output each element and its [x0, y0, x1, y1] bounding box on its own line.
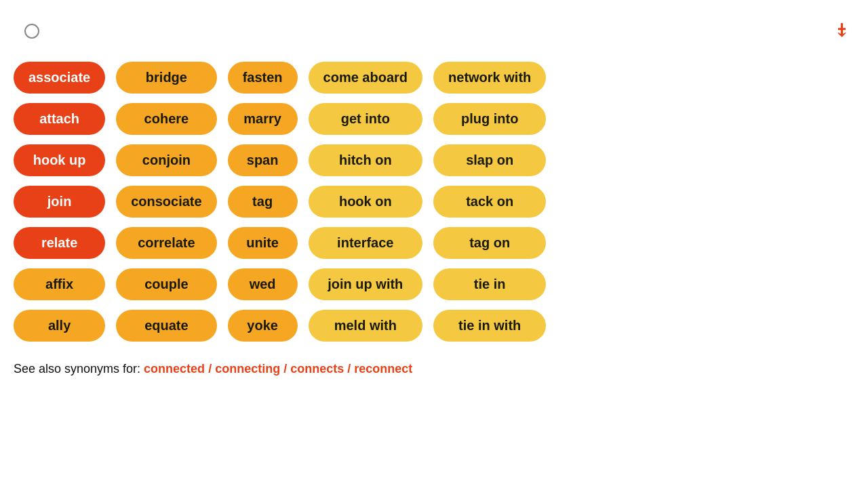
compare-button[interactable]: ⤈ — [834, 20, 854, 41]
footer-link-reconnect[interactable]: reconnect — [354, 362, 412, 375]
synonyms-grid: associateattachhook upjoinrelateaffixall… — [14, 62, 854, 342]
synonym-pill[interactable]: slap on — [433, 144, 546, 176]
synonym-pill[interactable]: ally — [14, 310, 105, 342]
synonym-pill[interactable]: join — [14, 186, 105, 218]
footer-separator: / — [205, 362, 215, 375]
synonym-pill[interactable]: join up with — [309, 268, 422, 300]
synonym-pill[interactable]: hitch on — [309, 144, 422, 176]
synonym-column-col3: fastenmarryspantagunitewedyoke — [228, 62, 298, 342]
synonym-pill[interactable]: tag on — [433, 227, 546, 259]
synonym-pill[interactable]: attach — [14, 103, 105, 135]
synonym-pill[interactable]: conjoin — [116, 144, 216, 176]
synonym-pill[interactable]: associate — [14, 62, 105, 94]
footer-prefix: See also synonyms for: — [14, 362, 144, 375]
synonym-pill[interactable]: meld with — [309, 310, 422, 342]
info-icon[interactable] — [24, 24, 39, 39]
footer-separator: / — [280, 362, 290, 375]
page-header: ⤈ — [14, 20, 854, 41]
footer: See also synonyms for: connected / conne… — [14, 362, 854, 376]
footer-link-connecting[interactable]: connecting — [215, 362, 280, 375]
page-title — [14, 24, 39, 39]
synonym-pill[interactable]: correlate — [116, 227, 216, 259]
synonym-column-col2: bridgecohereconjoinconsociatecorrelateco… — [116, 62, 216, 342]
footer-link-connects[interactable]: connects — [290, 362, 344, 375]
synonym-pill[interactable]: hook up — [14, 144, 105, 176]
synonym-column-col5: network withplug intoslap ontack ontag o… — [433, 62, 546, 342]
synonym-pill[interactable]: tie in with — [433, 310, 546, 342]
synonym-pill[interactable]: fasten — [228, 62, 298, 94]
synonym-pill[interactable]: span — [228, 144, 298, 176]
synonym-pill[interactable]: plug into — [433, 103, 546, 135]
synonym-pill[interactable]: equate — [116, 310, 216, 342]
synonym-pill[interactable]: unite — [228, 227, 298, 259]
synonym-pill[interactable]: network with — [433, 62, 546, 94]
synonym-pill[interactable]: get into — [309, 103, 422, 135]
synonym-pill[interactable]: tag — [228, 186, 298, 218]
synonym-pill[interactable]: come aboard — [309, 62, 422, 94]
synonym-pill[interactable]: marry — [228, 103, 298, 135]
synonym-pill[interactable]: bridge — [116, 62, 216, 94]
synonym-pill[interactable]: interface — [309, 227, 422, 259]
synonym-pill[interactable]: yoke — [228, 310, 298, 342]
compare-arrows-icon: ⤈ — [834, 20, 849, 41]
synonym-pill[interactable]: tie in — [433, 268, 546, 300]
synonym-pill[interactable]: relate — [14, 227, 105, 259]
synonym-pill[interactable]: consociate — [116, 186, 216, 218]
synonym-pill[interactable]: wed — [228, 268, 298, 300]
synonym-column-col4: come aboardget intohitch onhook oninterf… — [309, 62, 422, 342]
synonym-pill[interactable]: cohere — [116, 103, 216, 135]
footer-link-connected[interactable]: connected — [144, 362, 205, 375]
synonym-column-col1: associateattachhook upjoinrelateaffixall… — [14, 62, 105, 342]
footer-separator: / — [344, 362, 354, 375]
synonym-pill[interactable]: affix — [14, 268, 105, 300]
synonym-pill[interactable]: hook on — [309, 186, 422, 218]
synonym-pill[interactable]: tack on — [433, 186, 546, 218]
synonym-pill[interactable]: couple — [116, 268, 216, 300]
